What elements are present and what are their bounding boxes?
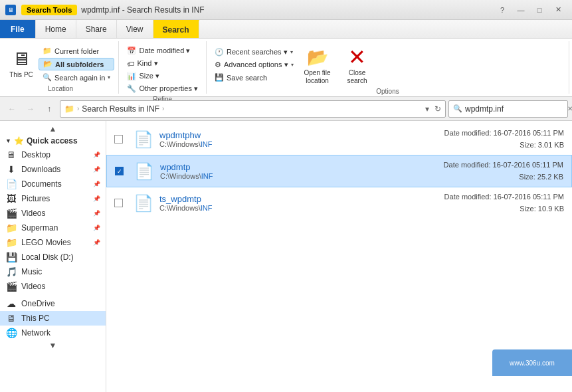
watermark: www.306u.com bbox=[492, 349, 572, 376]
pictures-label: Pictures bbox=[21, 194, 50, 203]
downloads-icon: ⬇ bbox=[5, 164, 17, 175]
file-name-1: wpdmtphw bbox=[159, 130, 439, 140]
location-bar: ← → ↑ 📁 › Search Results in INF › ▾ ↻ 🔍 … bbox=[0, 97, 572, 121]
videos-pin: 📌 bbox=[93, 210, 100, 217]
quick-access-icon: ⭐ bbox=[14, 136, 24, 146]
save-search-button[interactable]: 💾 Save search bbox=[211, 72, 298, 83]
recent-searches-button[interactable]: 🕐 Recent searches ▾ ▾ bbox=[211, 47, 298, 58]
close-search-button[interactable]: ✕ Close search bbox=[340, 45, 375, 86]
tab-view[interactable]: View bbox=[117, 20, 153, 38]
videos2-icon: 🎬 bbox=[5, 281, 17, 292]
other-properties-button[interactable]: 🔧 Other properties ▾ bbox=[123, 83, 202, 94]
ribbon-tabs: File Home Share View Search bbox=[0, 20, 572, 39]
back-button[interactable]: ← bbox=[4, 101, 20, 117]
file-meta-3: Date modified: 16-07-2016 05:11 PM Size:… bbox=[444, 191, 564, 215]
kind-button[interactable]: 🏷 Kind ▾ bbox=[123, 58, 161, 69]
location-options: 📁 Current folder 📂 All subfolders 🔍 Sear… bbox=[39, 43, 114, 83]
sidebar-item-desktop[interactable]: 🖥 Desktop 📌 bbox=[0, 147, 106, 162]
desktop-icon: 🖥 bbox=[5, 149, 17, 160]
sidebar-item-thispc[interactable]: 🖥 This PC bbox=[0, 311, 106, 326]
open-file-location-button[interactable]: 📂 Open file location bbox=[300, 45, 335, 86]
pictures-icon: 🖼 bbox=[5, 193, 17, 204]
size-button[interactable]: 📊 Size ▾ bbox=[123, 70, 163, 82]
checkbox-3[interactable] bbox=[114, 199, 123, 207]
kind-icon: 🏷 bbox=[127, 60, 134, 68]
sidebar-item-videos[interactable]: 🎬 Videos 📌 bbox=[0, 206, 106, 221]
sidebar-item-lego[interactable]: 📁 LEGO Movies 📌 bbox=[0, 235, 106, 250]
music-label: Music bbox=[21, 267, 42, 276]
sidebar-item-network[interactable]: 🌐 Network bbox=[0, 326, 106, 340]
options-left-col: 🕐 Recent searches ▾ ▾ ⚙ Advanced options… bbox=[211, 45, 298, 83]
minimize-button[interactable]: — bbox=[512, 3, 529, 17]
advanced-options-button[interactable]: ⚙ Advanced options ▾ ▾ bbox=[211, 59, 298, 70]
ribbon-group-location: 🖥 This PC 📁 Current folder 📂 All subfold… bbox=[3, 41, 119, 94]
file-date-3: Date modified: 16-07-2016 05:11 PM bbox=[444, 191, 564, 203]
tab-home[interactable]: Home bbox=[36, 20, 76, 38]
pictures-pin: 📌 bbox=[93, 195, 100, 202]
title-bar: 🖥 Search Tools wpdmtp.inf - Search Resul… bbox=[0, 0, 572, 20]
sidebar-item-localdisk[interactable]: 💾 Local Disk (D:) bbox=[0, 250, 106, 264]
help-button[interactable]: ? bbox=[494, 3, 511, 17]
properties-icon: 🔧 bbox=[127, 84, 136, 93]
search-again-button[interactable]: 🔍 Search again in ▾ bbox=[39, 72, 114, 83]
ribbon-group-options: 🕐 Recent searches ▾ ▾ ⚙ Advanced options… bbox=[207, 41, 569, 94]
all-subfolders-button[interactable]: 📂 All subfolders bbox=[39, 58, 114, 70]
maximize-button[interactable]: □ bbox=[531, 3, 548, 17]
tab-share[interactable]: Share bbox=[76, 20, 117, 38]
recent-icon: 🕐 bbox=[215, 48, 224, 56]
file-item-wpdmtp[interactable]: ✓ 📄 wpdmtp C:\Windows\INF Date modified:… bbox=[106, 155, 572, 187]
breadcrumb-bar[interactable]: 📁 › Search Results in INF › ▾ ↻ bbox=[60, 100, 446, 118]
refresh-btn[interactable]: ↻ bbox=[434, 104, 441, 114]
window-title: wpdmtp.inf - Search Results in INF bbox=[81, 5, 494, 15]
downloads-pin: 📌 bbox=[93, 166, 100, 173]
superman-pin: 📌 bbox=[93, 225, 100, 231]
tab-file[interactable]: File bbox=[0, 20, 36, 38]
ribbon-content: 🖥 This PC 📁 Current folder 📂 All subfold… bbox=[0, 39, 572, 97]
superman-icon: 📁 bbox=[5, 223, 17, 233]
search-tools-badge: Search Tools bbox=[21, 5, 77, 15]
file-item-tswpdmtp[interactable]: 📄 ts_wpdmtp C:\Windows\INF Date modified… bbox=[106, 187, 572, 219]
file-name-3: ts_wpdmtp bbox=[159, 194, 439, 204]
close-button[interactable]: ✕ bbox=[549, 3, 567, 17]
sidebar-item-documents[interactable]: 📄 Documents 📌 bbox=[0, 177, 106, 191]
lego-pin: 📌 bbox=[93, 239, 100, 246]
sidebar-item-downloads[interactable]: ⬇ Downloads 📌 bbox=[0, 162, 106, 177]
checkbox-2[interactable]: ✓ bbox=[115, 167, 124, 175]
watermark-text: www.306u.com bbox=[510, 359, 555, 367]
checkbox-col-1 bbox=[114, 135, 128, 144]
sidebar-scroll-down[interactable]: ▼ bbox=[0, 340, 106, 351]
file-date-2: Date modified: 16-07-2016 05:11 PM bbox=[444, 159, 563, 171]
sidebar-item-music[interactable]: 🎵 Music bbox=[0, 264, 106, 279]
file-info-3: ts_wpdmtp C:\Windows\INF bbox=[159, 194, 439, 212]
current-folder-button[interactable]: 📁 Current folder bbox=[39, 45, 114, 56]
search-clear-button[interactable]: ✕ bbox=[567, 105, 572, 112]
music-icon: 🎵 bbox=[5, 266, 17, 277]
up-button[interactable]: ↑ bbox=[41, 101, 57, 117]
videos-label: Videos bbox=[21, 209, 45, 218]
thispc-label: This PC bbox=[21, 314, 50, 323]
search-box[interactable]: 🔍 ✕ bbox=[448, 100, 568, 118]
advanced-icon: ⚙ bbox=[215, 60, 221, 69]
app-icon: 🖥 bbox=[5, 5, 16, 15]
sidebar-item-videos2[interactable]: 🎬 Videos bbox=[0, 279, 106, 294]
file-item-wpdmtphw[interactable]: 📄 wpdmtphw C:\Windows\INF Date modified:… bbox=[106, 124, 572, 155]
sidebar-quick-access[interactable]: ▼ ⭐ Quick access bbox=[0, 134, 106, 147]
sidebar-item-superman[interactable]: 📁 Superman 📌 bbox=[0, 221, 106, 235]
onedrive-label: OneDrive bbox=[21, 299, 55, 308]
location-group-label: Location bbox=[7, 84, 114, 92]
ribbon-group-refine: 📅 Date modified ▾ 🏷 Kind ▾ 📊 Size ▾ 🔧 Ot… bbox=[119, 41, 207, 94]
search-input[interactable] bbox=[465, 104, 565, 114]
lego-icon: 📁 bbox=[5, 237, 17, 248]
sidebar-item-onedrive[interactable]: ☁ OneDrive bbox=[0, 296, 106, 311]
date-modified-button[interactable]: 📅 Date modified ▾ bbox=[123, 45, 194, 56]
sidebar-scroll-up[interactable]: ▲ bbox=[0, 124, 106, 134]
tab-search[interactable]: Search bbox=[153, 20, 199, 38]
sidebar-item-pictures[interactable]: 🖼 Pictures 📌 bbox=[0, 191, 106, 206]
file-info-1: wpdmtphw C:\Windows\INF bbox=[159, 130, 439, 148]
location-dropdown[interactable]: ▾ bbox=[425, 104, 429, 114]
forward-button[interactable]: → bbox=[23, 101, 39, 117]
this-pc-button[interactable]: 🖥 This PC bbox=[7, 43, 36, 84]
checkbox-1[interactable] bbox=[114, 135, 123, 144]
quick-access-label: Quick access bbox=[27, 136, 78, 146]
title-bar-icons: 🖥 bbox=[5, 5, 16, 15]
